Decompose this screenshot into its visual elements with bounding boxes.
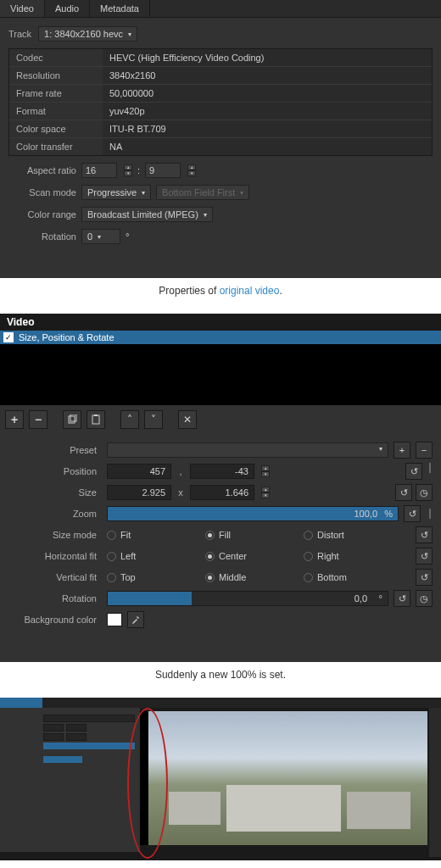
info-key: Resolution (9, 67, 103, 84)
sizemode-label: Size mode (8, 530, 102, 540)
radio-label: Fit (120, 530, 131, 540)
radio-center[interactable] (205, 552, 215, 561)
info-key: Frame rate (9, 85, 103, 102)
info-val: 3840x2160 (103, 67, 432, 84)
svg-rect-0 (69, 416, 75, 423)
filter-panel: Video ✓ Size, Position & Rotate + − ˄ ˅ … (0, 314, 441, 662)
zoom-unit: % (384, 509, 393, 519)
deselect-button[interactable]: ✕ (178, 410, 197, 429)
spin-down-icon[interactable]: ▾ (124, 170, 132, 176)
size-h-input[interactable]: 1.646 (190, 485, 254, 500)
radio-bottom[interactable] (304, 573, 313, 582)
info-val: ITU-R BT.709 (103, 120, 432, 137)
chevron-down-icon: ▾ (98, 233, 101, 241)
copy-button[interactable] (63, 410, 81, 429)
aspect-h-input[interactable]: 9 (145, 163, 181, 178)
color-range-label: Color range (8, 209, 76, 220)
position-label: Position (8, 466, 102, 476)
field-order-dropdown: Bottom Field First▾ (156, 185, 249, 200)
reset-button[interactable]: ↺ (405, 463, 422, 480)
reset-button[interactable]: ↺ (394, 590, 410, 607)
radio-right[interactable] (304, 552, 313, 561)
preset-add-button[interactable]: + (394, 442, 410, 459)
radio-top[interactable] (107, 573, 116, 582)
spin-down-icon[interactable]: ▾ (261, 492, 270, 498)
bg-color-label: Background color (8, 615, 102, 625)
info-table: CodecHEVC (High Efficiency Video Coding)… (8, 48, 433, 156)
radio-label: Bottom (317, 572, 347, 582)
remove-button[interactable]: − (29, 410, 47, 429)
video-preview[interactable] (140, 711, 427, 845)
spin-down-icon[interactable]: ▾ (187, 170, 196, 176)
color-range-dropdown[interactable]: Broadcast Limited (MPEG)▾ (81, 207, 213, 222)
caption-1: Properties of original video. (0, 285, 441, 297)
reset-button[interactable]: ↺ (416, 569, 433, 586)
reset-button[interactable]: ↺ (416, 526, 433, 543)
original-video-link[interactable]: original video (220, 285, 280, 297)
info-val: NA (103, 138, 432, 155)
radio-left[interactable] (107, 552, 116, 561)
aspect-w-input[interactable]: 16 (81, 163, 117, 178)
scan-mode-label: Scan mode (8, 187, 76, 198)
radio-label: Top (120, 572, 136, 582)
position-sep: , (176, 466, 185, 476)
spin-down-icon[interactable]: ▾ (261, 471, 270, 477)
move-down-button[interactable]: ˅ (144, 410, 163, 429)
radio-distort[interactable] (304, 531, 313, 540)
screenshot-panel (0, 698, 441, 860)
info-val: 50,000000 (103, 85, 432, 102)
panel-header: Video (0, 314, 441, 331)
field-order-value: Bottom Field First (162, 187, 235, 198)
rotation-dropdown[interactable]: 0▾ (81, 229, 120, 244)
track-dropdown[interactable]: 1: 3840x2160 hevc ▾ (38, 26, 137, 42)
rotation-value: 0,0 (354, 593, 367, 604)
reset-button[interactable]: ↺ (395, 484, 412, 501)
paste-button[interactable] (87, 410, 105, 429)
tab-metadata[interactable]: Metadata (90, 0, 150, 17)
radio-label: Left (120, 551, 136, 561)
rotation-value: 0 (87, 231, 92, 242)
scan-mode-dropdown[interactable]: Progressive▾ (81, 185, 151, 200)
info-key: Codec (9, 49, 103, 66)
reset-button[interactable]: ↺ (404, 505, 421, 522)
radio-label: Fill (219, 530, 231, 540)
size-w-input[interactable]: 2.925 (107, 485, 171, 500)
track-value: 1: 3840x2160 hevc (44, 29, 123, 39)
radio-fit[interactable] (107, 531, 116, 540)
reset-button[interactable]: ↺ (416, 548, 433, 565)
radio-fill[interactable] (205, 531, 215, 540)
info-val: HEVC (High Efficiency Video Coding) (103, 49, 432, 66)
checkbox-icon[interactable]: ✓ (3, 332, 14, 342)
filter-row[interactable]: ✓ Size, Position & Rotate (0, 331, 441, 344)
radio-middle[interactable] (205, 573, 215, 582)
svg-rect-2 (92, 415, 99, 424)
tab-video[interactable]: Video (0, 0, 45, 17)
info-val: yuv420p (103, 103, 432, 120)
zoom-slider[interactable]: 100,0 % (107, 506, 399, 521)
caption-text: Properties of (159, 285, 219, 297)
move-up-button[interactable]: ˄ (120, 410, 139, 429)
rotation-slider[interactable]: 0,0 ° (107, 591, 388, 606)
color-swatch[interactable] (107, 613, 122, 626)
keyframe-button[interactable]: ◷ (416, 484, 433, 501)
preset-remove-button[interactable]: − (416, 442, 433, 459)
keyframe-button[interactable]: ◷ (416, 590, 433, 607)
spin-up-icon[interactable]: ▴ (187, 164, 196, 170)
eyedropper-button[interactable] (127, 611, 144, 628)
caption-2: Suddenly a new 100% is set. (0, 669, 441, 681)
add-button[interactable]: + (5, 410, 24, 429)
aspect-ratio-label: Aspect ratio (8, 165, 76, 175)
spin-up-icon[interactable]: ▴ (124, 164, 132, 170)
tab-bar: Video Audio Metadata (0, 0, 441, 18)
tab-audio[interactable]: Audio (45, 0, 90, 17)
spin-up-icon[interactable]: ▴ (261, 465, 270, 471)
filter-toolbar: + − ˄ ˅ ✕ (0, 405, 441, 434)
chevron-down-icon: ▾ (128, 31, 131, 38)
position-x-input[interactable]: 457 (107, 464, 171, 479)
spin-up-icon[interactable]: ▴ (261, 487, 270, 492)
hfit-label: Horizontal fit (8, 551, 102, 561)
chevron-down-icon: ▾ (204, 211, 207, 219)
position-y-input[interactable]: -43 (190, 464, 254, 479)
scan-mode-value: Progressive (87, 187, 137, 198)
preset-dropdown[interactable] (107, 442, 388, 458)
